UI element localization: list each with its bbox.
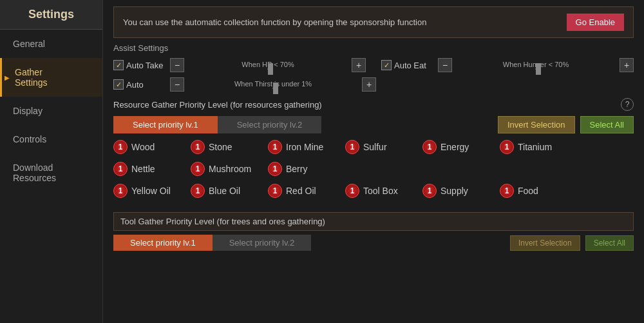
tool-gather-tabs: Select priority lv.1 Select priority lv.…: [113, 235, 634, 251]
resource-item-titanium[interactable]: 1 Titanium: [500, 140, 564, 154]
tool-gather-section: Tool Gather Priority Level (for trees an…: [113, 212, 634, 251]
auto-eat-plus[interactable]: +: [620, 58, 634, 72]
sidebar: Settings General GatherSettings Display …: [0, 0, 103, 323]
auto-eat-minus[interactable]: −: [438, 58, 452, 72]
resource-item-sulfur[interactable]: 1 Sulfur: [345, 140, 410, 154]
auto-take-checkbox[interactable]: ✓ Auto Take: [113, 60, 165, 70]
auto-label: Auto: [126, 80, 144, 90]
auto-eat-slider[interactable]: [535, 68, 536, 70]
resource-item-red-oil[interactable]: 1 Red Oil: [268, 184, 332, 198]
resource-label-titanium: Titanium: [518, 142, 552, 152]
resource-badge-wood: 1: [113, 140, 128, 154]
notice-bar: You can use the automatic collection fun…: [113, 6, 634, 38]
tool-gather-actions: Invert Selection Select All: [510, 235, 634, 251]
resource-label-mushroom: Mushroom: [209, 164, 251, 174]
auto-take-minus[interactable]: −: [170, 58, 184, 72]
auto-take-plus[interactable]: +: [352, 58, 366, 72]
resource-label-nettle: Nettle: [131, 164, 155, 174]
resource-label-supply: Supply: [440, 186, 468, 196]
resource-badge-yellow-oil: 1: [113, 184, 128, 198]
resource-badge-iron-mine: 1: [268, 140, 282, 154]
go-enable-button[interactable]: Go Enable: [567, 14, 624, 31]
auto-take-check-box[interactable]: ✓: [113, 60, 124, 70]
resource-badge-blue-oil: 1: [191, 184, 205, 198]
resource-badge-food: 1: [500, 184, 514, 198]
resource-label-sulfur: Sulfur: [363, 142, 387, 152]
auto-eat-slider-container: − When Hunger < 70% +: [438, 58, 634, 72]
resource-badge-energy: 1: [422, 140, 437, 154]
notice-text: You can use the automatic collection fun…: [123, 17, 426, 27]
auto-plus[interactable]: +: [362, 77, 376, 92]
help-icon[interactable]: ?: [621, 98, 634, 111]
resource-item-stone[interactable]: 1 Stone: [191, 140, 255, 154]
resource-badge-nettle: 1: [113, 162, 128, 176]
resource-badge-red-oil: 1: [268, 184, 282, 198]
resource-item-iron-mine[interactable]: 1 Iron Mine: [268, 140, 332, 154]
auto-checkbox[interactable]: ✓ Auto: [113, 79, 165, 90]
auto-eat-thumb[interactable]: [536, 63, 541, 75]
sidebar-item-controls[interactable]: Controls: [0, 125, 102, 153]
sidebar-item-gather[interactable]: GatherSettings: [0, 58, 102, 97]
auto-eat-check-box[interactable]: ✓: [381, 60, 392, 70]
resource-item-yellow-oil[interactable]: 1 Yellow Oil: [113, 184, 178, 198]
auto-take-thumb[interactable]: [268, 63, 273, 75]
main-content: You can use the automatic collection fun…: [103, 0, 644, 323]
resource-item-energy[interactable]: 1 Energy: [422, 140, 487, 154]
resource-gather-section: Resource Gather Priority Level (for reso…: [113, 98, 634, 206]
tool-invert-button[interactable]: Invert Selection: [510, 235, 580, 251]
resource-badge-berry: 1: [268, 162, 282, 176]
resource-gather-header: Resource Gather Priority Level (for reso…: [113, 98, 634, 111]
resource-badge-tool-box: 1: [345, 184, 359, 198]
auto-check-box[interactable]: ✓: [113, 79, 124, 90]
resource-item-wood[interactable]: 1 Wood: [113, 140, 178, 154]
resource-gather-title: Resource Gather Priority Level (for reso…: [113, 100, 322, 110]
resource-label-energy: Energy: [440, 142, 469, 152]
resource-label-tool-box: Tool Box: [363, 186, 398, 196]
auto-eat-checkbox[interactable]: ✓ Auto Eat: [381, 60, 433, 70]
tool-priority-tab-2[interactable]: Select priority lv.2: [213, 235, 312, 251]
resource-label-wood: Wood: [131, 142, 155, 152]
sidebar-item-general[interactable]: General: [0, 30, 102, 58]
assist-section: Assist Settings ✓ Auto Take − When HP < …: [113, 43, 634, 92]
resource-label-berry: Berry: [286, 164, 307, 174]
assist-row-1: ✓ Auto Take − When HP < 70% + ✓ Auto Eat: [113, 58, 634, 72]
priority-tabs-row: Select priority lv.1 Select priority lv.…: [113, 116, 634, 133]
resource-label-yellow-oil: Yellow Oil: [131, 186, 171, 196]
resource-item-food[interactable]: 1 Food: [500, 184, 564, 198]
resource-badge-sulfur: 1: [345, 140, 359, 154]
resource-label-food: Food: [518, 186, 538, 196]
resource-item-supply[interactable]: 1 Supply: [422, 184, 487, 198]
resource-items-grid: 1 Wood 1 Stone 1 Iron Mine 1 Sulfur 1 En…: [113, 140, 634, 206]
auto-thumb[interactable]: [273, 83, 278, 94]
resource-label-stone: Stone: [209, 142, 232, 152]
invert-selection-button[interactable]: Invert Selection: [498, 116, 575, 133]
sidebar-item-display[interactable]: Display: [0, 97, 102, 125]
assist-label: Assist Settings: [113, 43, 634, 53]
assist-row-2: ✓ Auto − When Thirst is under 1% +: [113, 77, 634, 92]
auto-slider-container: − When Thirst is under 1% +: [170, 77, 376, 92]
auto-take-slider[interactable]: [267, 68, 269, 70]
resource-label-iron-mine: Iron Mine: [286, 142, 323, 152]
sidebar-item-download[interactable]: DownloadResources: [0, 153, 102, 192]
select-all-button[interactable]: Select All: [580, 116, 634, 133]
resource-item-berry[interactable]: 1 Berry: [268, 162, 332, 176]
resource-item-nettle[interactable]: 1 Nettle: [113, 162, 178, 176]
resource-badge-supply: 1: [422, 184, 437, 198]
tool-gather-header: Tool Gather Priority Level (for trees an…: [113, 212, 634, 231]
auto-take-label: Auto Take: [126, 61, 164, 70]
priority-tab-1[interactable]: Select priority lv.1: [113, 116, 218, 133]
tool-gather-title: Tool Gather Priority Level (for trees an…: [120, 217, 325, 226]
priority-actions: Invert Selection Select All: [498, 116, 634, 133]
auto-take-slider-container: − When HP < 70% +: [170, 58, 366, 72]
resource-item-mushroom[interactable]: 1 Mushroom: [191, 162, 255, 176]
resource-badge-stone: 1: [191, 140, 205, 154]
resource-label-red-oil: Red Oil: [286, 186, 316, 196]
auto-slider[interactable]: [272, 88, 274, 89]
auto-minus[interactable]: −: [170, 77, 184, 92]
resource-item-tool-box[interactable]: 1 Tool Box: [345, 184, 410, 198]
tool-select-all-button[interactable]: Select All: [585, 235, 634, 251]
tool-priority-tab-1[interactable]: Select priority lv.1: [113, 235, 213, 251]
resource-item-blue-oil[interactable]: 1 Blue Oil: [191, 184, 255, 198]
auto-eat-label: Auto Eat: [394, 61, 426, 70]
priority-tab-2[interactable]: Select priority lv.2: [218, 116, 322, 133]
